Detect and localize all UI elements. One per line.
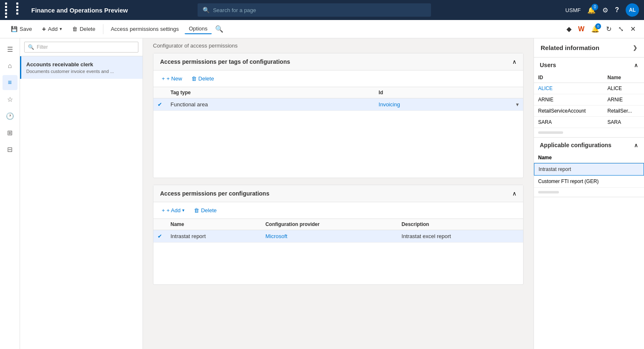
config-description-cell: Intrastat excel report [397, 230, 523, 243]
tags-col-check [153, 87, 166, 98]
bell-icon[interactable]: 🔔 0 [587, 6, 596, 14]
filter-input[interactable] [37, 44, 135, 50]
config-provider-cell: Microsoft [261, 230, 398, 243]
config-add-icon: + [162, 207, 165, 213]
popout-button[interactable]: ⤡ [616, 23, 625, 35]
user-name-alice: ALICE [603, 83, 644, 94]
config-delete-icon: 🗑 [194, 207, 199, 213]
delete-button[interactable]: 🗑 Delete [68, 24, 100, 34]
access-permissions-button[interactable]: Access permissions settings [107, 24, 183, 34]
tags-delete-icon: 🗑 [191, 75, 197, 82]
applicable-configs-collapse-icon: ∧ [634, 142, 638, 148]
help-icon[interactable]: ? [615, 6, 619, 14]
table-row: RetailServiceAccount RetailSer... [534, 105, 644, 117]
tags-section-header[interactable]: Access permissions per tags of configura… [153, 53, 523, 70]
users-table: ID Name ALICE ALICE ARNIE ARNIE RetailSe… [534, 73, 644, 128]
close-button[interactable]: ✕ [629, 23, 637, 35]
tags-empty-area [153, 111, 523, 178]
table-row: ALICE ALICE [534, 83, 644, 94]
save-icon: 💾 [11, 26, 18, 32]
list-item[interactable]: Accounts receivable clerk Documents cust… [20, 56, 143, 79]
user-id-retail: RetailServiceAccount [534, 105, 603, 117]
users-section-header[interactable]: Users ∧ [534, 58, 644, 73]
table-row[interactable]: ✔ Functional area Invoicing ▾ [153, 98, 523, 111]
gear-icon[interactable]: ⚙ [602, 6, 608, 14]
filter-input-wrapper[interactable]: 🔍 [24, 42, 138, 53]
search-cmd-icon[interactable]: 🔍 [213, 23, 225, 35]
right-panel-header: Related information ❯ [534, 38, 644, 58]
refresh-button[interactable]: ↻ [604, 23, 613, 35]
config-name-cell: Intrastat report [166, 230, 261, 243]
config-col-provider: Configuration provider [261, 219, 398, 230]
applicable-config-item-intrastat[interactable]: Intrastat report [534, 163, 644, 176]
applicable-configs-header[interactable]: Applicable configurations ∧ [534, 138, 644, 153]
config-col-check [153, 219, 166, 230]
right-panel-expand-icon[interactable]: ❯ [633, 45, 637, 51]
filter-search-icon: 🔍 [28, 44, 34, 50]
command-separator [103, 24, 103, 34]
applicable-configs-name-col: Name [534, 153, 644, 163]
sidebar-menu-icon[interactable]: ⊟ [3, 142, 18, 157]
users-scrollbar[interactable] [538, 131, 563, 134]
tags-section-title: Access permissions per tags of configura… [160, 58, 290, 65]
command-bar-right: ◆ W 🔔0 ↻ ⤡ ✕ [565, 23, 637, 35]
add-chevron-icon: ▾ [60, 26, 62, 32]
app-grid-icon[interactable] [5, 3, 26, 18]
sidebar-recent-icon[interactable]: 🕐 [3, 108, 18, 123]
sidebar-home-icon[interactable]: ⌂ [3, 58, 18, 73]
badge-icon[interactable]: 🔔0 [589, 23, 601, 35]
table-row[interactable]: ✔ Intrastat report Microsoft Intrastat e… [153, 230, 523, 243]
sidebar-workspace-icon[interactable]: ⊞ [3, 125, 18, 140]
configurations-section-title: Access permissions per configurations [160, 190, 269, 197]
tags-section: Access permissions per tags of configura… [153, 53, 524, 178]
table-row: ARNIE ARNIE [534, 94, 644, 105]
configurations-section: Access permissions per configurations ∧ … [153, 185, 524, 285]
right-panel-title: Related information [541, 44, 599, 51]
user-id-alice[interactable]: ALICE [534, 83, 603, 94]
row-check: ✔ [153, 98, 166, 111]
users-collapse-icon: ∧ [634, 62, 638, 68]
filter-bar: 🔍 [20, 38, 143, 56]
applicable-config-item-customer[interactable]: Customer FTI report (GER) [534, 176, 644, 188]
office-icon[interactable]: W [576, 24, 586, 35]
tags-table: Tag type Id ✔ Functional area Invoicing … [153, 87, 523, 111]
right-panel: Related information ❯ Users ∧ ID Name AL… [534, 38, 644, 349]
command-bar: 💾 Save + Add ▾ 🗑 Delete Access permissio… [0, 20, 644, 38]
sidebar-icons: ☰ ⌂ ≡ ☆ 🕐 ⊞ ⊟ [0, 38, 20, 349]
user-id-sara: SARA [534, 117, 603, 128]
configurations-add-button[interactable]: + + Add ▾ [158, 206, 188, 215]
applicable-configs-section: Applicable configurations ∧ Name Intrast… [534, 138, 644, 197]
global-search-bar[interactable]: 🔍 [198, 3, 431, 17]
list-item-description: Documents customer invoice events and ..… [26, 69, 138, 74]
config-empty-area [153, 243, 523, 284]
tag-dropdown-icon[interactable]: ▾ [516, 101, 519, 108]
config-provider-link[interactable]: Microsoft [266, 233, 288, 239]
save-button[interactable]: 💾 Save [7, 24, 36, 34]
configurations-section-header[interactable]: Access permissions per configurations ∧ [153, 185, 523, 202]
sidebar-list-icon[interactable]: ≡ [3, 75, 18, 90]
configurations-collapse-icon: ∧ [512, 190, 516, 197]
search-input[interactable] [213, 7, 426, 13]
diamond-icon[interactable]: ◆ [565, 23, 573, 35]
tags-delete-button[interactable]: 🗑 Delete [188, 74, 218, 83]
search-icon: 🔍 [203, 7, 210, 13]
sidebar-hamburger-icon[interactable]: ☰ [3, 42, 18, 57]
configurations-delete-button[interactable]: 🗑 Delete [190, 206, 220, 215]
add-button[interactable]: + Add ▾ [38, 24, 66, 35]
user-name-arnie: ARNIE [603, 94, 644, 105]
tag-id-value[interactable]: Invoicing [378, 101, 400, 108]
tags-new-button[interactable]: + + New [158, 74, 185, 83]
config-col-desc: Description [397, 219, 523, 230]
sidebar-star-icon[interactable]: ☆ [3, 92, 18, 107]
top-navigation: Finance and Operations Preview 🔍 USMF 🔔 … [0, 0, 644, 20]
user-avatar[interactable]: AL [626, 3, 639, 17]
config-col-name: Name [166, 219, 261, 230]
table-row: SARA SARA [534, 117, 644, 128]
applicable-configs-scrollbar[interactable] [538, 191, 559, 193]
user-name-retail: RetailSer... [603, 105, 644, 117]
tag-type-cell: Functional area [166, 98, 374, 111]
options-button[interactable]: Options [185, 24, 212, 34]
configurations-table: Name Configuration provider Description … [153, 219, 523, 243]
tag-id-cell: Invoicing ▾ [374, 98, 523, 111]
tags-toolbar: + + New 🗑 Delete [153, 70, 523, 87]
